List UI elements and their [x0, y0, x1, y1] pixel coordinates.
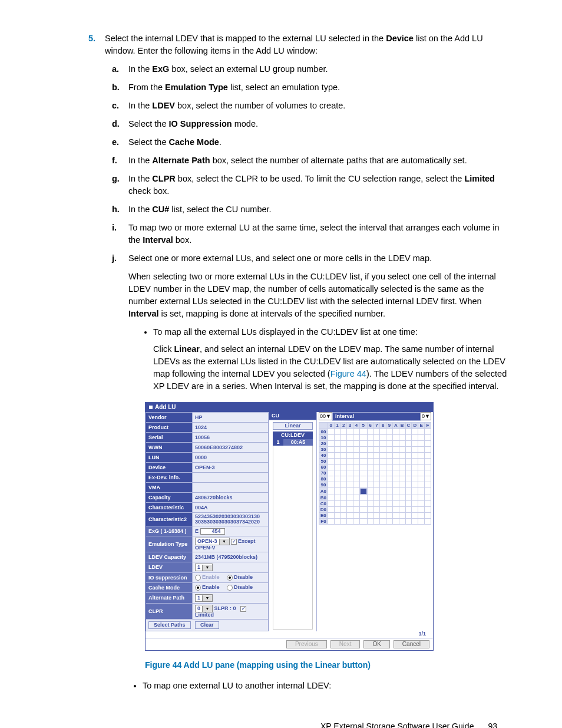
grid-cell[interactable] [399, 435, 405, 441]
grid-cell[interactable] [392, 488, 399, 495]
previous-button[interactable]: Previous [286, 640, 327, 648]
grid-cell[interactable] [392, 429, 399, 435]
grid-cell[interactable] [359, 459, 367, 465]
grid-cell[interactable] [425, 465, 431, 470]
grid-cell[interactable] [418, 513, 425, 519]
grid-cell[interactable] [347, 495, 353, 501]
grid-cell[interactable] [425, 513, 431, 519]
grid-cell[interactable] [425, 482, 431, 488]
grid-cell[interactable] [359, 507, 367, 513]
grid-cell[interactable] [359, 482, 367, 488]
grid-cell[interactable] [328, 507, 334, 513]
grid-cell[interactable] [380, 501, 386, 507]
grid-cell[interactable] [359, 441, 367, 447]
grid-cell[interactable] [347, 507, 353, 513]
grid-cell[interactable] [380, 488, 386, 495]
grid-cell[interactable] [340, 470, 347, 476]
exg-input[interactable]: 454 [200, 528, 225, 535]
grid-cell[interactable] [392, 476, 399, 482]
grid-cell[interactable] [386, 441, 393, 447]
grid-cell[interactable] [334, 519, 340, 525]
grid-cell[interactable] [425, 447, 431, 453]
grid-cell[interactable] [367, 447, 373, 453]
grid-cell[interactable] [353, 495, 359, 501]
grid-cell[interactable] [392, 470, 399, 476]
grid-cell[interactable] [367, 476, 373, 482]
grid-cell[interactable] [359, 429, 367, 435]
grid-cell[interactable] [353, 453, 359, 459]
grid-cell[interactable] [373, 429, 380, 435]
grid-cell[interactable] [425, 501, 431, 507]
grid-cell[interactable] [412, 441, 418, 447]
grid-cell[interactable] [367, 441, 373, 447]
grid-cell[interactable] [367, 482, 373, 488]
grid-cell[interactable] [340, 488, 347, 495]
grid-cell[interactable] [418, 488, 425, 495]
grid-cell[interactable] [328, 470, 334, 476]
grid-cell[interactable] [353, 507, 359, 513]
grid-cell[interactable] [380, 447, 386, 453]
grid-cell[interactable] [367, 459, 373, 465]
grid-cell[interactable] [340, 482, 347, 488]
grid-cell[interactable] [386, 507, 393, 513]
grid-cell[interactable] [405, 488, 412, 495]
grid-cell[interactable] [412, 470, 418, 476]
grid-cell[interactable] [386, 465, 393, 470]
grid-cell[interactable] [399, 453, 405, 459]
grid-cell[interactable] [386, 453, 393, 459]
grid-cell[interactable] [425, 519, 431, 525]
grid-cell[interactable] [340, 447, 347, 453]
grid-cell[interactable] [367, 453, 373, 459]
grid-cell[interactable] [405, 447, 412, 453]
grid-cell[interactable] [418, 429, 425, 435]
grid-cell[interactable] [328, 488, 334, 495]
grid-cell[interactable] [334, 495, 340, 501]
grid-cell[interactable] [334, 441, 340, 447]
grid-cell[interactable] [405, 441, 412, 447]
grid-cell[interactable] [340, 453, 347, 459]
grid-cell[interactable] [425, 453, 431, 459]
grid-cell[interactable] [328, 441, 334, 447]
grid-cell[interactable] [386, 501, 393, 507]
grid-cell[interactable] [367, 435, 373, 441]
grid-cell[interactable] [412, 495, 418, 501]
grid-cell[interactable] [405, 459, 412, 465]
grid-cell[interactable] [392, 447, 399, 453]
grid-cell[interactable] [412, 447, 418, 453]
grid-cell[interactable] [347, 519, 353, 525]
grid-cell[interactable] [373, 476, 380, 482]
grid-cell[interactable] [328, 447, 334, 453]
figure-44-link[interactable]: Figure 44 [330, 369, 366, 378]
grid-cell[interactable] [328, 501, 334, 507]
grid-cell[interactable] [373, 507, 380, 513]
grid-cell[interactable] [373, 488, 380, 495]
grid-cell[interactable] [367, 429, 373, 435]
grid-cell[interactable] [425, 441, 431, 447]
grid-cell[interactable] [418, 519, 425, 525]
grid-cell[interactable] [334, 476, 340, 482]
grid-cell[interactable] [425, 435, 431, 441]
grid-cell[interactable] [399, 441, 405, 447]
grid-cell[interactable] [328, 482, 334, 488]
grid-cell[interactable] [359, 447, 367, 453]
grid-cell[interactable] [340, 459, 347, 465]
grid-cell[interactable] [347, 501, 353, 507]
grid-cell[interactable] [380, 441, 386, 447]
grid-cell[interactable] [380, 435, 386, 441]
clear-button[interactable]: Clear [195, 621, 219, 629]
grid-cell[interactable] [386, 459, 393, 465]
grid-cell[interactable] [405, 476, 412, 482]
grid-cell[interactable] [359, 501, 367, 507]
grid-cell[interactable] [386, 495, 393, 501]
grid-cell[interactable] [367, 465, 373, 470]
grid-cell[interactable] [412, 519, 418, 525]
grid-cell[interactable] [392, 519, 399, 525]
grid-cell[interactable] [359, 495, 367, 501]
grid-cell[interactable] [340, 519, 347, 525]
grid-cell[interactable] [399, 501, 405, 507]
grid-cell[interactable] [347, 465, 353, 470]
grid-cell[interactable] [380, 465, 386, 470]
grid-cell[interactable] [399, 465, 405, 470]
grid-cell[interactable] [412, 429, 418, 435]
grid-cell[interactable] [425, 470, 431, 476]
